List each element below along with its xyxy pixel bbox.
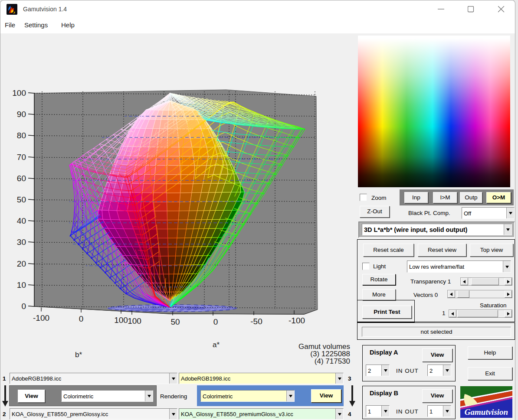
svg-text:-100: -100	[289, 316, 305, 325]
svg-text:100: 100	[12, 88, 26, 98]
svg-text:90: 90	[17, 110, 26, 119]
svg-text:60: 60	[17, 174, 26, 183]
svg-text:(4) 717530: (4) 717530	[315, 357, 350, 365]
svg-text:10: 10	[17, 280, 26, 290]
svg-text:Gamutvision: Gamutvision	[465, 407, 508, 417]
svg-text:50: 50	[17, 195, 26, 204]
svg-text:70: 70	[17, 153, 26, 162]
svg-text:100: 100	[114, 316, 128, 325]
svg-text:100: 100	[128, 316, 141, 326]
svg-text:a*: a*	[213, 341, 220, 349]
svg-text:b*: b*	[75, 351, 82, 359]
svg-text:50: 50	[170, 317, 180, 326]
svg-text:40: 40	[17, 216, 26, 225]
svg-text:80: 80	[17, 131, 26, 140]
svg-text:20: 20	[17, 259, 26, 268]
svg-text:0: 0	[79, 314, 84, 323]
svg-text:-50: -50	[250, 317, 262, 326]
svg-text:0: 0	[21, 302, 26, 311]
svg-text:0: 0	[213, 317, 218, 326]
svg-text:-100: -100	[33, 313, 49, 322]
svg-text:30: 30	[17, 238, 26, 247]
